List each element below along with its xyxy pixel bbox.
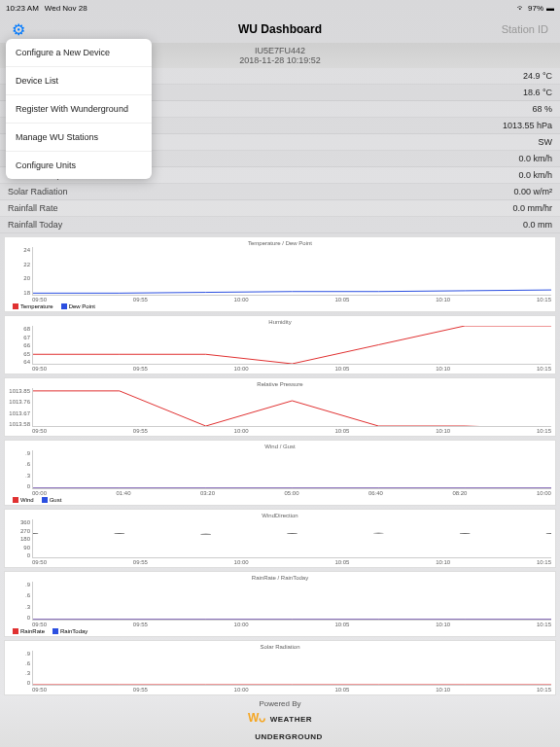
- data-row: Rainfall Rate0.0 mm/hr: [0, 200, 560, 217]
- wu-mark-icon: Wᴗ: [248, 711, 265, 725]
- svg-point-0: [33, 533, 38, 534]
- menu-item[interactable]: Register With Wunderground: [6, 95, 152, 124]
- battery-icon: ▬: [546, 4, 554, 13]
- chart: Humidity 6867666564 09:5009:5510:0010:05…: [4, 315, 556, 374]
- chart-title: Wind / Gust: [9, 443, 551, 450]
- chart-title: WindDirection: [9, 512, 551, 519]
- chart-title: Humidity: [9, 318, 551, 326]
- chart: Temperature / Dew Point 24222018 09:5009…: [4, 236, 556, 312]
- data-label: Rainfall Rate: [8, 203, 58, 213]
- plot-area: [32, 519, 551, 558]
- powered-by: Powered By: [0, 699, 560, 708]
- data-value: 0.00 w/m²: [513, 187, 552, 196]
- legend-item: Gust: [42, 497, 62, 503]
- y-axis: 360270180900: [9, 519, 32, 558]
- legend-item: Wind: [13, 497, 34, 503]
- chart-title: RainRate / RainToday: [9, 574, 551, 582]
- data-value: 68 %: [532, 104, 552, 114]
- data-value: SW: [539, 137, 553, 147]
- svg-point-3: [287, 533, 298, 534]
- svg-point-2: [200, 534, 211, 535]
- data-row: Solar Radiation0.00 w/m²: [0, 184, 560, 200]
- y-axis: .9.6.30: [9, 651, 32, 686]
- x-axis: 09:5009:5510:0010:0510:1010:15: [9, 365, 551, 372]
- data-row: Rainfall Today0.0 mm: [0, 217, 560, 233]
- status-time: 10:23 AM: [6, 4, 39, 13]
- chart-legend: TemperatureDew Point: [9, 302, 551, 309]
- chart: RainRate / RainToday .9.6.30 09:5009:551…: [4, 571, 556, 637]
- status-date: Wed Nov 28: [45, 4, 88, 13]
- data-label: Solar Radiation: [8, 187, 68, 196]
- settings-popover: Configure a New DeviceDevice ListRegiste…: [6, 39, 152, 179]
- chart-title: Relative Pressure: [9, 380, 551, 388]
- chart: Wind / Gust .9.6.30 00:0001:4003:2005:00…: [4, 440, 556, 506]
- x-axis: 09:5009:5510:0010:0510:1010:15: [9, 427, 551, 434]
- battery-pct: 97%: [528, 4, 543, 13]
- charts: Temperature / Dew Point 24222018 09:5009…: [0, 236, 560, 695]
- chart: Relative Pressure 1013.851013.761013.671…: [4, 377, 556, 437]
- footer: Powered By Wᴗ WEATHER UNDERGROUND: [0, 695, 560, 747]
- plot-area: [32, 326, 551, 365]
- menu-item[interactable]: Manage WU Stations: [6, 124, 152, 152]
- status-bar: 10:23 AM Wed Nov 28 ᯤ 97% ▬: [0, 0, 560, 16]
- x-axis: 09:5009:5510:0010:0510:1010:15: [9, 558, 551, 565]
- plot-area: [32, 450, 551, 489]
- legend-item: Temperature: [13, 303, 53, 309]
- data-value: 0.0 km/h: [518, 170, 552, 180]
- svg-point-4: [373, 533, 384, 534]
- data-value: 0.0 mm: [523, 220, 552, 230]
- plot-area: [32, 247, 551, 296]
- legend-item: RainToday: [52, 628, 88, 634]
- page-title: WU Dashboard: [238, 22, 322, 36]
- chart-title: Solar Radiation: [9, 643, 551, 651]
- plot-area: [32, 651, 551, 686]
- wifi-icon: ᯤ: [517, 4, 525, 13]
- wu-logo: Wᴗ WEATHER UNDERGROUND: [0, 708, 560, 743]
- y-axis: 1013.851013.761013.671013.58: [9, 388, 32, 427]
- y-axis: 6867666564: [9, 326, 32, 365]
- x-axis: 09:5009:5510:0010:0510:1010:15: [9, 686, 551, 693]
- data-value: 18.6 °C: [523, 88, 552, 97]
- data-value: 24.9 °C: [523, 71, 552, 81]
- menu-item[interactable]: Configure a New Device: [6, 39, 152, 67]
- chart-title: Temperature / Dew Point: [9, 239, 551, 247]
- menu-item[interactable]: Configure Units: [6, 152, 152, 179]
- plot-area: [32, 388, 551, 427]
- chart: WindDirection 360270180900 09:5009:5510:…: [4, 509, 556, 568]
- plot-area: [32, 582, 551, 621]
- svg-point-5: [460, 533, 471, 534]
- y-axis: .9.6.30: [9, 450, 32, 489]
- chart: Solar Radiation .9.6.30 09:5009:5510:001…: [4, 640, 556, 695]
- menu-item[interactable]: Device List: [6, 67, 152, 95]
- y-axis: 24222018: [9, 247, 32, 296]
- legend-item: Dew Point: [61, 303, 95, 309]
- chart-legend: WindGust: [9, 496, 551, 503]
- x-axis: 09:5009:5510:0010:0510:1010:15: [9, 296, 551, 302]
- x-axis: 00:0001:4003:2005:0006:4008:2010:00: [9, 489, 551, 496]
- x-axis: 09:5009:5510:0010:0510:1010:15: [9, 621, 551, 627]
- chart-legend: RainRateRainToday: [9, 627, 551, 634]
- svg-point-1: [115, 533, 125, 534]
- data-value: 0.0 mm/hr: [512, 203, 552, 213]
- legend-item: RainRate: [13, 628, 45, 634]
- y-axis: .9.6.30: [9, 582, 32, 621]
- data-value: 0.0 km/h: [518, 154, 552, 163]
- svg-point-6: [546, 533, 551, 534]
- station-id-button[interactable]: Station ID: [502, 23, 548, 35]
- data-label: Rainfall Today: [8, 220, 62, 230]
- data-value: 1013.55 hPa: [503, 121, 552, 130]
